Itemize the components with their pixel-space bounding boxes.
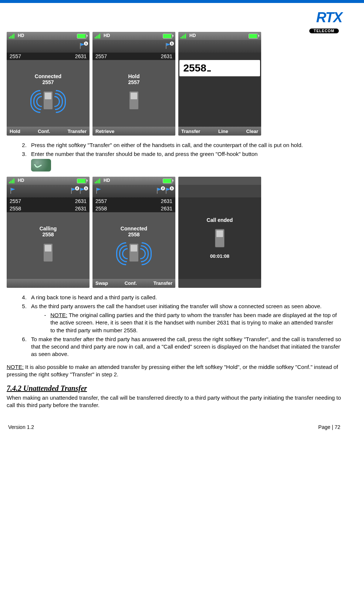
- hd-indicator: HD: [104, 178, 110, 183]
- screen-content: Connected 2558: [92, 212, 175, 279]
- line-left: 2558: [10, 206, 21, 212]
- badge: 1: [84, 41, 88, 46]
- call-flag-icon: 1: [165, 42, 172, 50]
- status-bar: HD: [92, 177, 175, 185]
- icon-bar: [178, 185, 261, 197]
- softkey-transfer[interactable]: Transfer: [68, 129, 87, 134]
- rtx-logo: RTX TELECOM: [275, 10, 342, 29]
- call-timer: 00:01:08: [210, 253, 229, 259]
- list-item: Press the right softkey "Transfer" on ei…: [28, 141, 342, 149]
- hd-indicator: HD: [189, 33, 196, 38]
- icon-bar: 1: [7, 40, 90, 53]
- status-bar: [178, 177, 261, 185]
- handset-graphic: [115, 87, 152, 113]
- signal-icon: [95, 179, 100, 183]
- handset-graphic: [30, 87, 67, 113]
- call-number: 2557: [128, 79, 139, 85]
- call-status: Call ended: [207, 217, 233, 223]
- line-right: 2631: [161, 206, 172, 212]
- line-left: 2557: [95, 53, 107, 59]
- softkey-transfer[interactable]: Transfer: [154, 280, 172, 286]
- list-item: Enter the number that the transfer shoul…: [28, 150, 342, 171]
- top-accent-bar: [0, 0, 364, 3]
- instruction-list-b: A ring back tone is heard and a third pa…: [7, 294, 342, 358]
- icon-bar: 2 1: [7, 185, 90, 197]
- signal-icon: [181, 34, 186, 39]
- softkey-bar: Transfer Line Clear: [178, 127, 261, 136]
- line-left: 2557: [95, 198, 107, 204]
- note-label: NOTE:: [7, 364, 24, 370]
- softkey-bar: [178, 279, 261, 288]
- signal-icon: [9, 34, 14, 39]
- phone-icon: [43, 91, 53, 110]
- call-flag-icon: 2: [70, 187, 78, 194]
- softkey-clear[interactable]: Clear: [246, 129, 258, 134]
- page-footer: Version 1.2 Page | 72: [7, 424, 342, 430]
- battery-icon: [77, 179, 87, 183]
- softkey-bar: Swap Conf. Transfer: [92, 279, 175, 288]
- badge: 1: [84, 186, 88, 190]
- screen-connected-2: HD 2 1 2557 2631 2: [92, 177, 175, 288]
- note-paragraph: NOTE: It is also possible to make an att…: [7, 363, 342, 379]
- badge: 2: [75, 186, 79, 190]
- line-info-1: 2557 2631: [7, 197, 90, 205]
- phone-icon: [129, 243, 139, 262]
- screenshot-row-1: HD 1 2557 2631 Connected 2557: [7, 32, 342, 136]
- call-status: Connected: [35, 73, 61, 79]
- call-number: 2558: [42, 232, 54, 237]
- screen-content: Calling 2558: [7, 212, 90, 279]
- list-item: A ring back tone is heard and a third pa…: [28, 294, 342, 301]
- icon-bar: 1: [92, 40, 175, 53]
- softkey-hold[interactable]: Hold: [10, 129, 20, 134]
- phone-icon: [215, 229, 225, 247]
- softkey-line[interactable]: Line: [218, 129, 228, 134]
- softkey-conf[interactable]: Conf.: [38, 129, 50, 134]
- softkey-swap[interactable]: Swap: [95, 280, 108, 286]
- icon-bar: [178, 40, 261, 53]
- line-info: 2557 2631: [92, 53, 175, 60]
- screen-dial-entry: HD 2558 Transfer Line Clear: [178, 32, 261, 136]
- call-status: Calling: [40, 226, 57, 232]
- status-bar: HD: [178, 32, 261, 40]
- screen-content: 2558: [178, 53, 261, 127]
- status-bar: HD: [7, 32, 90, 40]
- footer-version: Version 1.2: [8, 424, 34, 430]
- call-flag-icon: [10, 187, 17, 194]
- list-item: As the third party answers the call the …: [28, 303, 342, 334]
- screen-hold: HD 1 2557 2631 Hold 2557 Re: [92, 32, 175, 136]
- page-body: RTX TELECOM HD 1 2557 2631 Con: [0, 3, 364, 445]
- icon-bar: 2 1: [92, 185, 175, 197]
- softkey-transfer[interactable]: Transfer: [181, 129, 200, 134]
- logo-subtext: TELECOM: [309, 29, 339, 33]
- softkey-bar: Hold Conf. Transfer: [7, 127, 90, 136]
- softkey-retrieve[interactable]: Retrieve: [95, 129, 114, 134]
- hd-indicator: HD: [18, 33, 24, 38]
- softkey-conf[interactable]: Conf.: [125, 280, 137, 286]
- call-flag-icon: 2: [156, 187, 164, 194]
- screen-call-ended: Call ended 00:01:08: [178, 177, 261, 288]
- call-flag-icon: 1: [79, 42, 87, 50]
- section-heading: 7.4.2 Unattended Transfer: [7, 384, 342, 393]
- call-number: 2557: [42, 79, 54, 85]
- note-body: The original calling parties and the thi…: [50, 312, 337, 333]
- screen-content: Hold 2557: [92, 60, 175, 127]
- softkey-bar: Retrieve: [92, 127, 175, 136]
- dash: -: [41, 312, 49, 319]
- sub-note: - NOTE: The original calling parties and…: [41, 312, 342, 334]
- logo-container: RTX TELECOM: [7, 10, 342, 29]
- svg-marker-10: [97, 188, 101, 191]
- hd-indicator: HD: [104, 33, 110, 38]
- badge: 2: [161, 186, 165, 190]
- list-text: As the third party answers the call the …: [31, 303, 321, 309]
- list-text: A ring back tone is heard and a third pa…: [31, 294, 157, 300]
- screen-content: Call ended 00:01:08: [178, 197, 261, 279]
- line-info-2: 2558 2631: [7, 205, 90, 212]
- handset-graphic: [115, 240, 152, 266]
- line-right: 2631: [161, 53, 172, 59]
- status-bar: HD: [7, 177, 90, 185]
- line-right: 2631: [161, 198, 172, 204]
- line-right: 2631: [75, 206, 87, 212]
- svg-marker-4: [11, 188, 15, 191]
- number-entry[interactable]: 2558: [179, 60, 260, 76]
- battery-icon: [163, 179, 172, 183]
